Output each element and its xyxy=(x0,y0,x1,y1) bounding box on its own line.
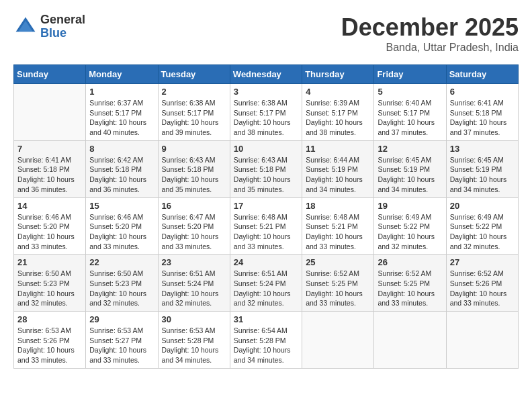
day-number: 23 xyxy=(162,257,226,267)
day-number: 12 xyxy=(378,144,442,154)
day-info: Sunrise: 6:50 AM Sunset: 5:23 PM Dayligh… xyxy=(89,269,154,308)
day-info: Sunrise: 6:38 AM Sunset: 5:17 PM Dayligh… xyxy=(162,98,226,138)
logo: General Blue xyxy=(13,13,85,40)
month-title: December 2025 xyxy=(341,13,519,42)
day-info: Sunrise: 6:41 AM Sunset: 5:18 PM Dayligh… xyxy=(17,155,82,195)
logo-icon xyxy=(13,15,38,39)
day-number: 24 xyxy=(234,257,298,267)
calendar-cell: 14Sunrise: 6:46 AM Sunset: 5:20 PM Dayli… xyxy=(14,197,86,255)
day-number: 26 xyxy=(378,257,442,267)
header-friday: Friday xyxy=(374,65,446,84)
calendar-cell xyxy=(302,312,374,369)
logo-general-text: General xyxy=(40,13,85,27)
day-number: 10 xyxy=(234,144,298,154)
day-number: 30 xyxy=(162,314,226,324)
day-info: Sunrise: 6:43 AM Sunset: 5:18 PM Dayligh… xyxy=(162,155,226,195)
day-number: 11 xyxy=(306,144,370,154)
day-number: 13 xyxy=(450,144,515,154)
day-info: Sunrise: 6:49 AM Sunset: 5:22 PM Dayligh… xyxy=(450,212,515,252)
calendar-cell: 2Sunrise: 6:38 AM Sunset: 5:17 PM Daylig… xyxy=(158,84,230,141)
day-info: Sunrise: 6:52 AM Sunset: 5:25 PM Dayligh… xyxy=(378,269,442,308)
day-number: 4 xyxy=(306,87,370,97)
calendar-cell: 25Sunrise: 6:52 AM Sunset: 5:25 PM Dayli… xyxy=(302,255,374,312)
calendar-week-2: 7Sunrise: 6:41 AM Sunset: 5:18 PM Daylig… xyxy=(14,140,519,197)
day-number: 6 xyxy=(450,87,515,97)
logo-blue-text: Blue xyxy=(40,27,85,40)
calendar-cell: 12Sunrise: 6:45 AM Sunset: 5:19 PM Dayli… xyxy=(374,140,446,197)
day-info: Sunrise: 6:52 AM Sunset: 5:25 PM Dayligh… xyxy=(306,269,370,308)
day-info: Sunrise: 6:40 AM Sunset: 5:17 PM Dayligh… xyxy=(378,98,442,138)
day-number: 31 xyxy=(234,314,298,324)
day-info: Sunrise: 6:49 AM Sunset: 5:22 PM Dayligh… xyxy=(378,212,442,252)
calendar-week-5: 28Sunrise: 6:53 AM Sunset: 5:26 PM Dayli… xyxy=(14,312,519,369)
day-number: 22 xyxy=(89,257,154,267)
calendar-cell: 21Sunrise: 6:50 AM Sunset: 5:23 PM Dayli… xyxy=(14,255,86,312)
logo-text: General Blue xyxy=(40,13,85,40)
calendar-week-4: 21Sunrise: 6:50 AM Sunset: 5:23 PM Dayli… xyxy=(14,255,519,312)
day-number: 7 xyxy=(17,144,82,154)
calendar-header-row: SundayMondayTuesdayWednesdayThursdayFrid… xyxy=(14,65,519,84)
day-info: Sunrise: 6:37 AM Sunset: 5:17 PM Dayligh… xyxy=(89,98,154,138)
day-info: Sunrise: 6:52 AM Sunset: 5:26 PM Dayligh… xyxy=(450,269,515,308)
header-wednesday: Wednesday xyxy=(230,65,302,84)
location-title: Banda, Uttar Pradesh, India xyxy=(341,42,519,54)
calendar-cell: 30Sunrise: 6:53 AM Sunset: 5:28 PM Dayli… xyxy=(158,312,230,369)
day-info: Sunrise: 6:45 AM Sunset: 5:19 PM Dayligh… xyxy=(378,155,442,195)
day-info: Sunrise: 6:42 AM Sunset: 5:18 PM Dayligh… xyxy=(89,155,154,195)
day-number: 3 xyxy=(234,87,298,97)
title-area: December 2025 Banda, Uttar Pradesh, Indi… xyxy=(341,13,519,54)
header-sunday: Sunday xyxy=(14,65,86,84)
calendar-cell: 11Sunrise: 6:44 AM Sunset: 5:19 PM Dayli… xyxy=(302,140,374,197)
day-number: 16 xyxy=(162,201,226,211)
day-info: Sunrise: 6:50 AM Sunset: 5:23 PM Dayligh… xyxy=(17,269,82,308)
day-info: Sunrise: 6:48 AM Sunset: 5:21 PM Dayligh… xyxy=(234,212,298,252)
calendar-cell: 3Sunrise: 6:38 AM Sunset: 5:17 PM Daylig… xyxy=(230,84,302,141)
calendar-cell: 22Sunrise: 6:50 AM Sunset: 5:23 PM Dayli… xyxy=(86,255,158,312)
calendar-cell: 16Sunrise: 6:47 AM Sunset: 5:20 PM Dayli… xyxy=(158,197,230,255)
header-saturday: Saturday xyxy=(446,65,518,84)
calendar-week-3: 14Sunrise: 6:46 AM Sunset: 5:20 PM Dayli… xyxy=(14,197,519,255)
calendar-cell: 31Sunrise: 6:54 AM Sunset: 5:28 PM Dayli… xyxy=(230,312,302,369)
day-info: Sunrise: 6:41 AM Sunset: 5:18 PM Dayligh… xyxy=(450,98,515,138)
day-info: Sunrise: 6:53 AM Sunset: 5:27 PM Dayligh… xyxy=(89,326,154,365)
calendar-cell: 10Sunrise: 6:43 AM Sunset: 5:18 PM Dayli… xyxy=(230,140,302,197)
calendar-cell: 15Sunrise: 6:46 AM Sunset: 5:20 PM Dayli… xyxy=(86,197,158,255)
header-thursday: Thursday xyxy=(302,65,374,84)
day-info: Sunrise: 6:46 AM Sunset: 5:20 PM Dayligh… xyxy=(89,212,154,252)
day-info: Sunrise: 6:51 AM Sunset: 5:24 PM Dayligh… xyxy=(162,269,226,308)
header-tuesday: Tuesday xyxy=(158,65,230,84)
calendar-cell: 19Sunrise: 6:49 AM Sunset: 5:22 PM Dayli… xyxy=(374,197,446,255)
day-info: Sunrise: 6:47 AM Sunset: 5:20 PM Dayligh… xyxy=(162,212,226,252)
calendar-cell xyxy=(14,84,86,141)
day-info: Sunrise: 6:53 AM Sunset: 5:26 PM Dayligh… xyxy=(17,326,82,365)
calendar-cell: 6Sunrise: 6:41 AM Sunset: 5:18 PM Daylig… xyxy=(446,84,518,141)
day-number: 27 xyxy=(450,257,515,267)
day-number: 18 xyxy=(306,201,370,211)
day-number: 14 xyxy=(17,201,82,211)
calendar-cell: 20Sunrise: 6:49 AM Sunset: 5:22 PM Dayli… xyxy=(446,197,518,255)
calendar-cell: 23Sunrise: 6:51 AM Sunset: 5:24 PM Dayli… xyxy=(158,255,230,312)
day-info: Sunrise: 6:43 AM Sunset: 5:18 PM Dayligh… xyxy=(234,155,298,195)
calendar-cell: 7Sunrise: 6:41 AM Sunset: 5:18 PM Daylig… xyxy=(14,140,86,197)
calendar-cell: 24Sunrise: 6:51 AM Sunset: 5:24 PM Dayli… xyxy=(230,255,302,312)
day-info: Sunrise: 6:53 AM Sunset: 5:28 PM Dayligh… xyxy=(162,326,226,365)
calendar-cell: 4Sunrise: 6:39 AM Sunset: 5:17 PM Daylig… xyxy=(302,84,374,141)
day-info: Sunrise: 6:46 AM Sunset: 5:20 PM Dayligh… xyxy=(17,212,82,252)
day-number: 5 xyxy=(378,87,442,97)
calendar-cell: 1Sunrise: 6:37 AM Sunset: 5:17 PM Daylig… xyxy=(86,84,158,141)
calendar-cell: 17Sunrise: 6:48 AM Sunset: 5:21 PM Dayli… xyxy=(230,197,302,255)
day-number: 20 xyxy=(450,201,515,211)
calendar-cell: 8Sunrise: 6:42 AM Sunset: 5:18 PM Daylig… xyxy=(86,140,158,197)
day-info: Sunrise: 6:45 AM Sunset: 5:19 PM Dayligh… xyxy=(450,155,515,195)
calendar-cell: 13Sunrise: 6:45 AM Sunset: 5:19 PM Dayli… xyxy=(446,140,518,197)
day-number: 29 xyxy=(89,314,154,324)
calendar-cell: 26Sunrise: 6:52 AM Sunset: 5:25 PM Dayli… xyxy=(374,255,446,312)
calendar-week-1: 1Sunrise: 6:37 AM Sunset: 5:17 PM Daylig… xyxy=(14,84,519,141)
day-number: 28 xyxy=(17,314,82,324)
day-number: 2 xyxy=(162,87,226,97)
calendar-cell: 9Sunrise: 6:43 AM Sunset: 5:18 PM Daylig… xyxy=(158,140,230,197)
calendar-cell: 18Sunrise: 6:48 AM Sunset: 5:21 PM Dayli… xyxy=(302,197,374,255)
day-info: Sunrise: 6:38 AM Sunset: 5:17 PM Dayligh… xyxy=(234,98,298,138)
calendar-cell xyxy=(374,312,446,369)
calendar-cell: 27Sunrise: 6:52 AM Sunset: 5:26 PM Dayli… xyxy=(446,255,518,312)
